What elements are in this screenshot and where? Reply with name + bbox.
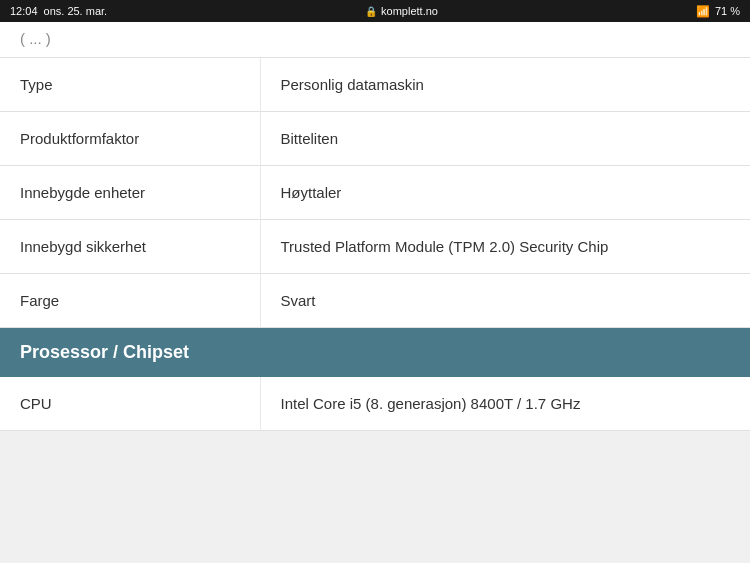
table-row: ProduktformfaktorBitteliten [0,112,750,166]
table-row: Innebygde enheterHøyttaler [0,166,750,220]
table-row: TypePersonlig datamaskin [0,58,750,112]
cpu-label: CPU [0,377,260,431]
status-bar-center: 🔒 komplett.no [365,5,438,17]
spec-value: Svart [260,274,750,328]
top-partial-row: ( ... ) [0,22,750,58]
date: ons. 25. mar. [44,5,108,17]
time: 12:04 [10,5,38,17]
battery: 71 % [715,5,740,17]
spec-label: Type [0,58,260,112]
status-bar-left: 12:04 ons. 25. mar. [10,5,107,17]
cpu-table: CPU Intel Core i5 (8. generasjon) 8400T … [0,377,750,431]
section-header: Prosessor / Chipset [0,328,750,377]
spec-label: Innebygde enheter [0,166,260,220]
spec-value: Personlig datamaskin [260,58,750,112]
cpu-value: Intel Core i5 (8. generasjon) 8400T / 1.… [260,377,750,431]
spec-label: Produktformfaktor [0,112,260,166]
url: komplett.no [381,5,438,17]
wifi-icon: 📶 [696,5,710,18]
table-row: Innebygd sikkerhetTrusted Platform Modul… [0,220,750,274]
table-row: CPU Intel Core i5 (8. generasjon) 8400T … [0,377,750,431]
lock-icon: 🔒 [365,6,377,17]
spec-value: Trusted Platform Module (TPM 2.0) Securi… [260,220,750,274]
spec-value: Høyttaler [260,166,750,220]
page-content: ( ... ) TypePersonlig datamaskinProduktf… [0,22,750,431]
status-bar-right: 📶 71 % [696,5,740,18]
specs-table: TypePersonlig datamaskinProduktformfakto… [0,58,750,328]
table-row: FargeSvart [0,274,750,328]
status-bar: 12:04 ons. 25. mar. 🔒 komplett.no 📶 71 % [0,0,750,22]
partial-text: ( ... ) [20,30,51,47]
spec-label: Farge [0,274,260,328]
spec-label: Innebygd sikkerhet [0,220,260,274]
spec-value: Bitteliten [260,112,750,166]
